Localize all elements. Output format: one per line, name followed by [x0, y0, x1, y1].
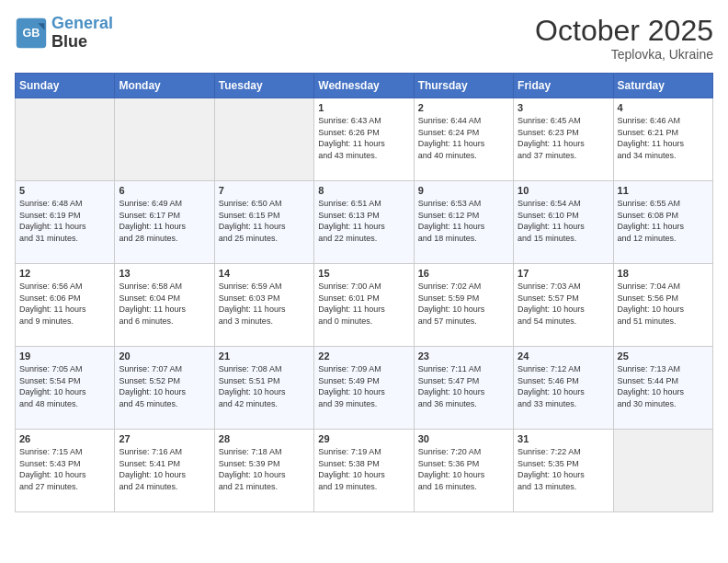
calendar-cell: [214, 98, 313, 181]
day-number: 13: [119, 268, 210, 279]
day-info: Sunrise: 7:15 AM Sunset: 5:43 PM Dayligh…: [19, 446, 110, 492]
day-info: Sunrise: 7:22 AM Sunset: 5:35 PM Dayligh…: [518, 446, 609, 492]
day-number: 18: [618, 268, 709, 279]
day-number: 26: [19, 433, 110, 444]
day-info: Sunrise: 7:18 AM Sunset: 5:39 PM Dayligh…: [219, 446, 310, 492]
logo: GB General Blue: [15, 15, 113, 52]
calendar-cell: 4Sunrise: 6:46 AM Sunset: 6:21 PM Daylig…: [613, 98, 712, 181]
day-number: 16: [418, 268, 509, 279]
day-info: Sunrise: 6:45 AM Sunset: 6:23 PM Dayligh…: [518, 115, 609, 161]
day-info: Sunrise: 6:56 AM Sunset: 6:06 PM Dayligh…: [19, 281, 110, 327]
day-number: 14: [219, 268, 310, 279]
day-header-friday: Friday: [514, 74, 613, 98]
day-number: 28: [219, 433, 310, 444]
day-number: 8: [318, 185, 409, 196]
day-info: Sunrise: 7:07 AM Sunset: 5:52 PM Dayligh…: [119, 363, 210, 409]
calendar-cell: 9Sunrise: 6:53 AM Sunset: 6:12 PM Daylig…: [414, 181, 513, 264]
calendar-cell: 15Sunrise: 7:00 AM Sunset: 6:01 PM Dayli…: [314, 264, 414, 347]
calendar-cell: 12Sunrise: 6:56 AM Sunset: 6:06 PM Dayli…: [16, 264, 115, 347]
day-info: Sunrise: 6:59 AM Sunset: 6:03 PM Dayligh…: [219, 281, 310, 327]
day-info: Sunrise: 7:04 AM Sunset: 5:56 PM Dayligh…: [618, 281, 709, 327]
day-number: 10: [518, 185, 609, 196]
calendar-cell: 30Sunrise: 7:20 AM Sunset: 5:36 PM Dayli…: [414, 430, 513, 512]
logo-text: General Blue: [51, 15, 113, 52]
day-number: 5: [19, 185, 110, 196]
calendar-cell: 29Sunrise: 7:19 AM Sunset: 5:38 PM Dayli…: [314, 430, 414, 512]
day-header-saturday: Saturday: [613, 74, 712, 98]
day-header-sunday: Sunday: [16, 74, 115, 98]
calendar-week-3: 12Sunrise: 6:56 AM Sunset: 6:06 PM Dayli…: [16, 264, 713, 347]
calendar-week-2: 5Sunrise: 6:48 AM Sunset: 6:19 PM Daylig…: [16, 181, 713, 264]
day-info: Sunrise: 6:43 AM Sunset: 6:26 PM Dayligh…: [318, 115, 409, 161]
calendar-cell: [613, 430, 712, 512]
calendar-cell: 5Sunrise: 6:48 AM Sunset: 6:19 PM Daylig…: [16, 181, 115, 264]
logo-icon: GB: [15, 17, 48, 50]
day-info: Sunrise: 7:03 AM Sunset: 5:57 PM Dayligh…: [518, 281, 609, 327]
day-number: 19: [19, 350, 110, 362]
day-number: 3: [518, 102, 609, 113]
calendar-cell: 6Sunrise: 6:49 AM Sunset: 6:17 PM Daylig…: [115, 181, 214, 264]
calendar-cell: 22Sunrise: 7:09 AM Sunset: 5:49 PM Dayli…: [314, 347, 414, 430]
calendar-cell: 16Sunrise: 7:02 AM Sunset: 5:59 PM Dayli…: [414, 264, 513, 347]
page-header: GB General Blue October 2025 Teplovka, U…: [15, 15, 713, 62]
day-info: Sunrise: 7:11 AM Sunset: 5:47 PM Dayligh…: [418, 363, 509, 409]
day-header-thursday: Thursday: [414, 74, 513, 98]
day-number: 23: [418, 350, 509, 362]
calendar-cell: 3Sunrise: 6:45 AM Sunset: 6:23 PM Daylig…: [514, 98, 613, 181]
calendar-cell: 11Sunrise: 6:55 AM Sunset: 6:08 PM Dayli…: [613, 181, 712, 264]
day-info: Sunrise: 7:16 AM Sunset: 5:41 PM Dayligh…: [119, 446, 210, 492]
calendar-cell: 20Sunrise: 7:07 AM Sunset: 5:52 PM Dayli…: [115, 347, 214, 430]
calendar-cell: 17Sunrise: 7:03 AM Sunset: 5:57 PM Dayli…: [514, 264, 613, 347]
day-info: Sunrise: 7:12 AM Sunset: 5:46 PM Dayligh…: [518, 363, 609, 409]
day-number: 29: [318, 433, 409, 444]
day-info: Sunrise: 6:46 AM Sunset: 6:21 PM Dayligh…: [618, 115, 709, 161]
day-info: Sunrise: 7:20 AM Sunset: 5:36 PM Dayligh…: [418, 446, 509, 492]
calendar-cell: 28Sunrise: 7:18 AM Sunset: 5:39 PM Dayli…: [214, 430, 313, 512]
calendar-cell: 26Sunrise: 7:15 AM Sunset: 5:43 PM Dayli…: [16, 430, 115, 512]
day-number: 20: [119, 350, 210, 362]
calendar-cell: 25Sunrise: 7:13 AM Sunset: 5:44 PM Dayli…: [613, 347, 712, 430]
calendar-cell: 27Sunrise: 7:16 AM Sunset: 5:41 PM Dayli…: [115, 430, 214, 512]
calendar-table: SundayMondayTuesdayWednesdayThursdayFrid…: [15, 73, 713, 512]
day-number: 24: [518, 350, 609, 362]
calendar-cell: 10Sunrise: 6:54 AM Sunset: 6:10 PM Dayli…: [514, 181, 613, 264]
svg-text:GB: GB: [23, 26, 40, 39]
calendar-week-5: 26Sunrise: 7:15 AM Sunset: 5:43 PM Dayli…: [16, 430, 713, 512]
day-info: Sunrise: 7:02 AM Sunset: 5:59 PM Dayligh…: [418, 281, 509, 327]
day-number: 12: [19, 268, 110, 279]
day-info: Sunrise: 6:48 AM Sunset: 6:19 PM Dayligh…: [19, 198, 110, 244]
day-info: Sunrise: 7:13 AM Sunset: 5:44 PM Dayligh…: [618, 363, 709, 409]
day-info: Sunrise: 6:50 AM Sunset: 6:15 PM Dayligh…: [219, 198, 310, 244]
calendar-cell: 8Sunrise: 6:51 AM Sunset: 6:13 PM Daylig…: [314, 181, 414, 264]
day-info: Sunrise: 6:54 AM Sunset: 6:10 PM Dayligh…: [518, 198, 609, 244]
location-label: Teplovka, Ukraine: [535, 47, 713, 62]
day-info: Sunrise: 7:05 AM Sunset: 5:54 PM Dayligh…: [19, 363, 110, 409]
day-number: 31: [518, 433, 609, 444]
calendar-cell: 1Sunrise: 6:43 AM Sunset: 6:26 PM Daylig…: [314, 98, 414, 181]
day-number: 2: [418, 102, 509, 113]
day-header-monday: Monday: [115, 74, 214, 98]
calendar-week-1: 1Sunrise: 6:43 AM Sunset: 6:26 PM Daylig…: [16, 98, 713, 181]
calendar-cell: 7Sunrise: 6:50 AM Sunset: 6:15 PM Daylig…: [214, 181, 313, 264]
day-number: 6: [119, 185, 210, 196]
day-number: 9: [418, 185, 509, 196]
calendar-cell: 18Sunrise: 7:04 AM Sunset: 5:56 PM Dayli…: [613, 264, 712, 347]
day-info: Sunrise: 7:09 AM Sunset: 5:49 PM Dayligh…: [318, 363, 409, 409]
day-info: Sunrise: 7:08 AM Sunset: 5:51 PM Dayligh…: [219, 363, 310, 409]
month-title: October 2025: [535, 15, 713, 47]
day-number: 25: [618, 350, 709, 362]
day-info: Sunrise: 6:53 AM Sunset: 6:12 PM Dayligh…: [418, 198, 509, 244]
calendar-cell: [115, 98, 214, 181]
title-block: October 2025 Teplovka, Ukraine: [535, 15, 713, 62]
calendar-cell: 19Sunrise: 7:05 AM Sunset: 5:54 PM Dayli…: [16, 347, 115, 430]
day-info: Sunrise: 6:55 AM Sunset: 6:08 PM Dayligh…: [618, 198, 709, 244]
day-number: 15: [318, 268, 409, 279]
calendar-cell: 24Sunrise: 7:12 AM Sunset: 5:46 PM Dayli…: [514, 347, 613, 430]
calendar-cell: 2Sunrise: 6:44 AM Sunset: 6:24 PM Daylig…: [414, 98, 513, 181]
day-info: Sunrise: 6:44 AM Sunset: 6:24 PM Dayligh…: [418, 115, 509, 161]
day-number: 1: [318, 102, 409, 113]
day-header-wednesday: Wednesday: [314, 74, 414, 98]
day-header-tuesday: Tuesday: [214, 74, 313, 98]
calendar-cell: 23Sunrise: 7:11 AM Sunset: 5:47 PM Dayli…: [414, 347, 513, 430]
day-number: 30: [418, 433, 509, 444]
